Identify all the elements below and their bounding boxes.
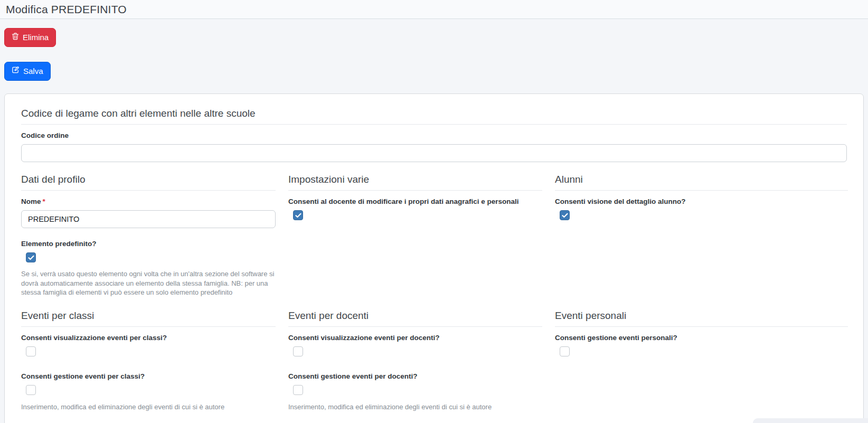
gestione-classi-label: Consenti gestione eventi per classi? [21, 372, 276, 381]
visualizzazione-classi-label: Consenti visualizzazione eventi per clas… [21, 333, 276, 342]
section-dati-profilo: Dati del profilo Nome* Elemento predefin… [21, 173, 288, 297]
check-icon [295, 213, 301, 218]
dati-profilo-heading: Dati del profilo [21, 173, 276, 191]
required-asterisk: * [43, 198, 45, 205]
eventi-personali-heading: Eventi personali [555, 309, 848, 327]
alunni-heading: Alunni [555, 173, 848, 191]
nome-input[interactable] [21, 210, 276, 228]
band-eventi: Eventi per classi Consenti visualizzazio… [21, 309, 847, 412]
gestione-personali-checkbox[interactable] [560, 346, 570, 356]
section-eventi-docenti: Eventi per docenti Consenti visualizzazi… [288, 309, 555, 412]
section-codice-heading: Codice di legame con altri elementi nell… [21, 107, 847, 125]
check-icon [562, 213, 568, 218]
visione-dettaglio-checkbox[interactable] [560, 210, 570, 220]
visualizzazione-docenti-label: Consenti visualizzazione eventi per doce… [288, 333, 542, 342]
elemento-predefinito-checkbox[interactable] [26, 252, 36, 262]
check-icon [28, 255, 34, 260]
edit-profile-card: Codice di legame con altri elementi nell… [4, 93, 864, 423]
delete-button[interactable]: Elimina [4, 28, 56, 47]
impostazioni-varie-heading: Impostazioni varie [288, 173, 542, 191]
toolbar: Elimina Salva [0, 19, 868, 81]
trash-icon [12, 32, 19, 43]
save-button-label: Salva [23, 66, 43, 77]
visualizzazione-docenti-checkbox[interactable] [293, 346, 303, 356]
eventi-classi-heading: Eventi per classi [21, 309, 276, 327]
gestione-docenti-label: Consenti gestione eventi per docenti? [288, 372, 542, 381]
gestione-docenti-help: Inserimento, modifica ed eliminazione de… [288, 402, 542, 412]
docente-modifica-checkbox[interactable] [293, 210, 303, 220]
elemento-predefinito-label: Elemento predefinito? [21, 239, 276, 248]
gestione-classi-help: Inserimento, modifica ed eliminazione de… [21, 402, 276, 412]
visualizzazione-classi-checkbox[interactable] [26, 346, 36, 356]
visione-dettaglio-label: Consenti visione del dettaglio alunno? [555, 197, 848, 206]
page-title: Modifica PREDEFINITO [6, 3, 127, 16]
elemento-predefinito-help: Se si, verrà usato questo elemento ogni … [21, 269, 276, 297]
section-impostazioni-varie: Impostazioni varie Consenti al docente d… [288, 173, 555, 220]
bottom-right-overlay [753, 418, 868, 423]
nome-label: Nome* [21, 197, 276, 206]
band-profilo: Dati del profilo Nome* Elemento predefin… [21, 173, 847, 297]
section-eventi-classi: Eventi per classi Consenti visualizzazio… [21, 309, 288, 412]
gestione-classi-checkbox[interactable] [26, 385, 36, 395]
page-header: Modifica PREDEFINITO [0, 0, 868, 19]
codice-ordine-label: Codice ordine [21, 131, 847, 140]
delete-button-label: Elimina [23, 32, 49, 43]
section-eventi-personali: Eventi personali Consenti gestione event… [555, 309, 848, 356]
gestione-docenti-checkbox[interactable] [293, 385, 303, 395]
docente-modifica-label: Consenti al docente di modificare i prop… [288, 197, 542, 206]
section-codice-legame: Codice di legame con altri elementi nell… [21, 107, 847, 162]
section-alunni: Alunni Consenti visione del dettaglio al… [555, 173, 848, 220]
pencil-square-icon [12, 66, 20, 77]
save-button[interactable]: Salva [4, 62, 51, 81]
gestione-personali-label: Consenti gestione eventi personali? [555, 333, 848, 342]
codice-ordine-input[interactable] [21, 144, 847, 162]
eventi-docenti-heading: Eventi per docenti [288, 309, 542, 327]
